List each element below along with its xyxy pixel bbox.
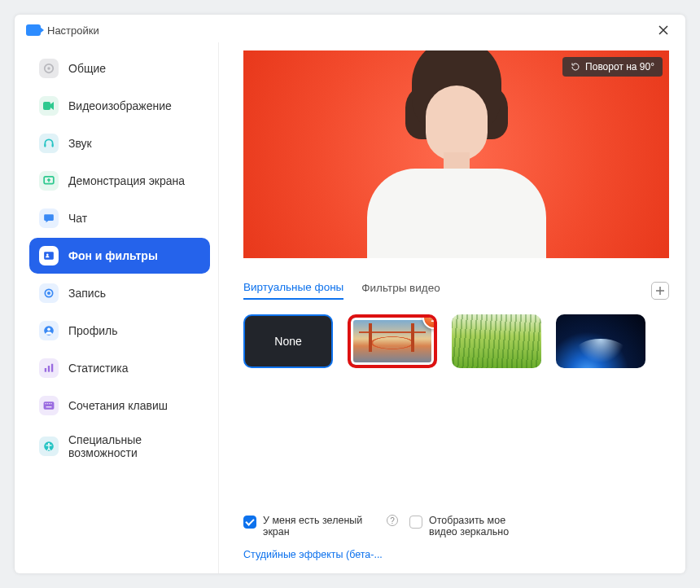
background-grass[interactable] xyxy=(452,314,541,368)
preview-person xyxy=(359,79,554,258)
svg-rect-18 xyxy=(49,403,50,404)
rotate-label: Поворот на 90° xyxy=(585,61,654,72)
add-background-button[interactable] xyxy=(651,282,669,300)
mirror-label: Отобразить мое видео зеркально xyxy=(429,515,527,538)
record-icon xyxy=(39,283,59,303)
svg-rect-15 xyxy=(44,402,55,409)
settings-window: Настройки Общие Видеоизображение xyxy=(15,15,685,573)
background-list: None 1 xyxy=(243,314,669,368)
green-screen-checkbox[interactable] xyxy=(243,516,256,529)
background-earth-space[interactable] xyxy=(556,314,645,368)
sidebar-item-general[interactable]: Общие xyxy=(29,50,210,86)
svg-rect-2 xyxy=(43,102,50,110)
profile-icon xyxy=(39,321,59,340)
svg-rect-16 xyxy=(45,403,46,404)
sidebar-item-label: Демонстрация экрана xyxy=(68,174,185,187)
rotate-button[interactable]: Поворот на 90° xyxy=(562,57,663,77)
sidebar: Общие Видеоизображение Звук Демонстрация… xyxy=(15,42,218,573)
studio-effects-link[interactable]: Студийные эффекты (бета-... xyxy=(243,549,383,560)
green-screen-label: У меня есть зеленый экран xyxy=(263,515,377,538)
sidebar-item-label: Статистика xyxy=(68,362,129,375)
accessibility-icon xyxy=(39,437,59,456)
footer-options: У меня есть зеленый экран ? Отобразить м… xyxy=(243,490,669,565)
sidebar-item-recording[interactable]: Запись xyxy=(29,275,210,311)
svg-rect-17 xyxy=(47,403,48,404)
video-preview: Поворот на 90° xyxy=(243,50,669,258)
svg-rect-20 xyxy=(46,406,52,407)
sidebar-item-profile[interactable]: Профиль xyxy=(29,313,210,349)
sidebar-item-label: Общие xyxy=(68,62,106,75)
keyboard-icon xyxy=(39,396,59,415)
sidebar-item-label: Запись xyxy=(68,287,106,300)
svg-point-11 xyxy=(47,327,50,331)
share-screen-icon xyxy=(39,171,59,191)
main-content: Поворот на 90° Виртуальные фоны Фильтры … xyxy=(218,42,685,573)
sidebar-item-statistics[interactable]: Статистика xyxy=(29,350,210,386)
chat-icon xyxy=(39,208,59,228)
help-icon[interactable]: ? xyxy=(387,515,398,526)
sidebar-item-label: Видеоизображение xyxy=(68,99,172,112)
camera-icon xyxy=(39,96,59,116)
titlebar: Настройки xyxy=(15,15,685,42)
svg-rect-19 xyxy=(50,403,51,404)
sidebar-item-label: Фон и фильтры xyxy=(68,249,158,262)
tab-video-filters[interactable]: Фильтры видео xyxy=(361,282,440,299)
tabs: Виртуальные фоны Фильтры видео xyxy=(243,281,669,300)
svg-point-9 xyxy=(47,292,50,295)
headphones-icon xyxy=(39,134,59,153)
svg-rect-4 xyxy=(52,144,54,147)
background-none[interactable]: None xyxy=(243,314,333,368)
sidebar-item-label: Звук xyxy=(68,137,92,150)
sidebar-item-chat[interactable]: Чат xyxy=(29,200,210,236)
sidebar-item-background-filters[interactable]: Фон и фильтры xyxy=(29,238,210,274)
svg-point-1 xyxy=(47,67,50,70)
sidebar-item-label: Чат xyxy=(68,212,87,225)
mirror-checkbox[interactable] xyxy=(409,516,422,529)
svg-rect-3 xyxy=(44,144,46,147)
svg-point-22 xyxy=(48,443,50,445)
sidebar-item-label: Профиль xyxy=(68,324,117,337)
annotation-marker: 1 xyxy=(422,314,437,329)
svg-point-7 xyxy=(46,254,49,257)
background-golden-gate[interactable]: 1 xyxy=(348,314,437,368)
sidebar-item-screenshare[interactable]: Демонстрация экрана xyxy=(29,163,210,199)
gear-icon xyxy=(39,59,59,78)
sidebar-item-audio[interactable]: Звук xyxy=(29,125,210,161)
stats-icon xyxy=(39,358,59,378)
sidebar-item-label: Сочетания клавиш xyxy=(68,399,168,412)
sidebar-item-shortcuts[interactable]: Сочетания клавиш xyxy=(29,388,210,423)
zoom-logo-icon xyxy=(26,24,41,36)
background-none-label: None xyxy=(274,335,301,348)
sidebar-item-label: Специальные возможности xyxy=(68,433,200,459)
plus-icon xyxy=(655,286,665,296)
rotate-icon xyxy=(571,62,580,72)
svg-rect-12 xyxy=(45,368,46,372)
tab-virtual-backgrounds[interactable]: Виртуальные фоны xyxy=(243,281,343,300)
sidebar-item-accessibility[interactable]: Специальные возможности xyxy=(29,425,210,467)
svg-rect-6 xyxy=(44,252,54,259)
window-title: Настройки xyxy=(47,24,99,37)
close-button[interactable] xyxy=(653,23,674,37)
background-icon xyxy=(39,246,59,265)
sidebar-item-video[interactable]: Видеоизображение xyxy=(29,88,210,124)
svg-rect-13 xyxy=(48,366,50,372)
close-icon xyxy=(658,24,669,36)
svg-rect-14 xyxy=(51,364,53,372)
